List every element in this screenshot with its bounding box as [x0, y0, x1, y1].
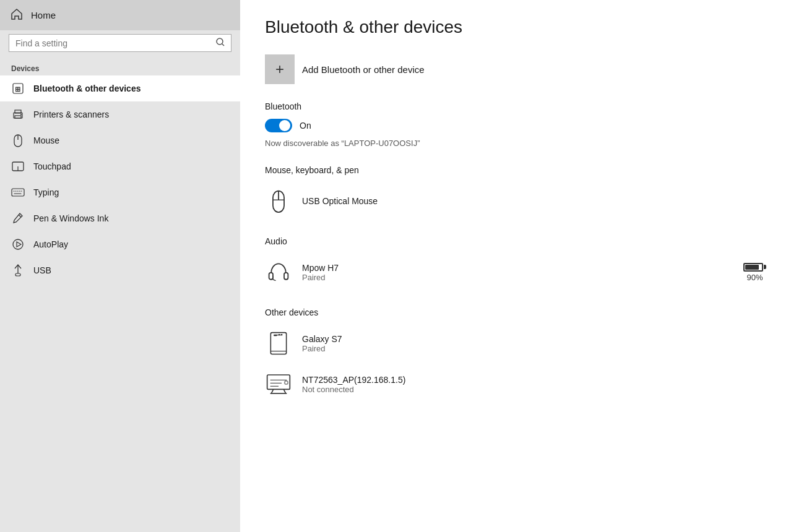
search-bar[interactable]	[9, 34, 231, 52]
svg-rect-32	[274, 335, 277, 336]
usb-icon	[11, 264, 25, 277]
sidebar-item-typing-label: Typing	[33, 187, 59, 197]
svg-line-37	[283, 389, 285, 393]
device-info-galaxy: Galaxy S7 Paired	[302, 334, 766, 353]
keyboard-icon	[11, 186, 25, 199]
page-title: Bluetooth & other devices	[265, 17, 766, 37]
add-device-plus-icon: +	[265, 54, 295, 84]
pen-icon	[11, 212, 25, 225]
mouse-device-icon	[265, 187, 292, 215]
svg-rect-25	[269, 273, 273, 280]
printer-icon	[11, 108, 25, 121]
svg-rect-22	[15, 273, 20, 276]
sidebar: Home Devices ⊞ Bluetooth & other devices	[0, 0, 240, 532]
mouse-section-label: Mouse, keyboard, & pen	[265, 165, 766, 175]
add-device-label: Add Bluetooth or other device	[302, 64, 425, 75]
svg-line-1	[222, 44, 224, 46]
discoverable-text: Now discoverable as “LAPTOP-U07OOSIJ”	[265, 139, 766, 148]
device-status-nt72563: Not connected	[302, 385, 766, 394]
audio-section-label: Audio	[265, 236, 766, 246]
sidebar-item-pen[interactable]: Pen & Windows Ink	[0, 205, 240, 231]
sidebar-item-printers-label: Printers & scanners	[33, 109, 109, 119]
add-device-button[interactable]: + Add Bluetooth or other device	[265, 54, 425, 84]
bluetooth-toggle[interactable]	[265, 119, 292, 132]
bluetooth-section-label: Bluetooth	[265, 101, 766, 111]
sidebar-item-touchpad-label: Touchpad	[33, 161, 71, 171]
svg-text:⊞: ⊞	[15, 85, 20, 93]
bluetooth-toggle-label: On	[300, 121, 311, 131]
svg-line-36	[271, 389, 273, 393]
sidebar-item-usb[interactable]: USB	[0, 257, 240, 283]
device-name-usb-mouse: USB Optical Mouse	[302, 196, 766, 206]
search-input[interactable]	[15, 38, 216, 48]
svg-line-18	[19, 215, 21, 217]
device-name-nt72563: NT72563_AP(192.168.1.5)	[302, 375, 766, 385]
search-button[interactable]	[216, 38, 225, 48]
device-status-mpow: Paired	[302, 273, 733, 282]
sidebar-item-usb-label: USB	[33, 265, 51, 275]
home-icon	[11, 9, 22, 22]
sidebar-item-bluetooth-label: Bluetooth & other devices	[33, 84, 140, 93]
sidebar-item-autoplay-label: AutoPlay	[33, 239, 68, 249]
svg-rect-34	[281, 334, 282, 335]
svg-rect-6	[15, 116, 21, 118]
headphone-icon	[265, 259, 292, 286]
svg-rect-35	[267, 375, 290, 389]
phone-icon	[265, 330, 292, 357]
main-content: Bluetooth & other devices + Add Bluetoot…	[240, 0, 791, 532]
autoplay-icon	[11, 238, 25, 251]
home-label: Home	[31, 10, 56, 20]
other-devices-section-label: Other devices	[265, 307, 766, 317]
sidebar-item-mouse[interactable]: Mouse	[0, 127, 240, 153]
battery-mpow: 90%	[743, 263, 766, 282]
svg-point-7	[20, 114, 22, 115]
network-device-icon	[265, 371, 292, 398]
svg-line-28	[273, 280, 276, 281]
device-status-galaxy: Paired	[302, 344, 766, 353]
bluetooth-toggle-row: On	[265, 119, 766, 132]
touchpad-icon	[11, 160, 25, 173]
devices-section-label: Devices	[0, 61, 240, 75]
svg-rect-11	[12, 189, 24, 196]
device-info-nt72563: NT72563_AP(192.168.1.5) Not connected	[302, 375, 766, 394]
device-name-galaxy: Galaxy S7	[302, 334, 766, 344]
svg-marker-20	[17, 242, 21, 247]
svg-rect-26	[284, 273, 288, 280]
battery-icon	[743, 263, 766, 272]
svg-rect-42	[285, 381, 288, 384]
bluetooth-icon: ⊞	[11, 82, 25, 95]
device-name-mpow: Mpow H7	[302, 263, 733, 273]
sidebar-item-touchpad[interactable]: Touchpad	[0, 153, 240, 179]
svg-rect-33	[279, 334, 280, 335]
sidebar-item-bluetooth[interactable]: ⊞ Bluetooth & other devices	[0, 75, 240, 101]
device-item-mpow: Mpow H7 Paired 90%	[265, 254, 766, 291]
sidebar-home[interactable]: Home	[0, 0, 240, 30]
device-item-usb-mouse: USB Optical Mouse	[265, 182, 766, 220]
device-item-nt72563: NT72563_AP(192.168.1.5) Not connected	[265, 366, 766, 403]
sidebar-item-typing[interactable]: Typing	[0, 179, 240, 205]
sidebar-item-mouse-label: Mouse	[33, 135, 59, 145]
sidebar-item-autoplay[interactable]: AutoPlay	[0, 231, 240, 257]
device-item-galaxy: Galaxy S7 Paired	[265, 325, 766, 362]
battery-percent-mpow: 90%	[746, 273, 763, 282]
mouse-icon	[11, 134, 25, 147]
sidebar-item-pen-label: Pen & Windows Ink	[33, 213, 108, 223]
device-info-usb-mouse: USB Optical Mouse	[302, 196, 766, 206]
device-info-mpow: Mpow H7 Paired	[302, 263, 733, 282]
sidebar-item-printers[interactable]: Printers & scanners	[0, 101, 240, 127]
svg-point-0	[217, 38, 223, 45]
